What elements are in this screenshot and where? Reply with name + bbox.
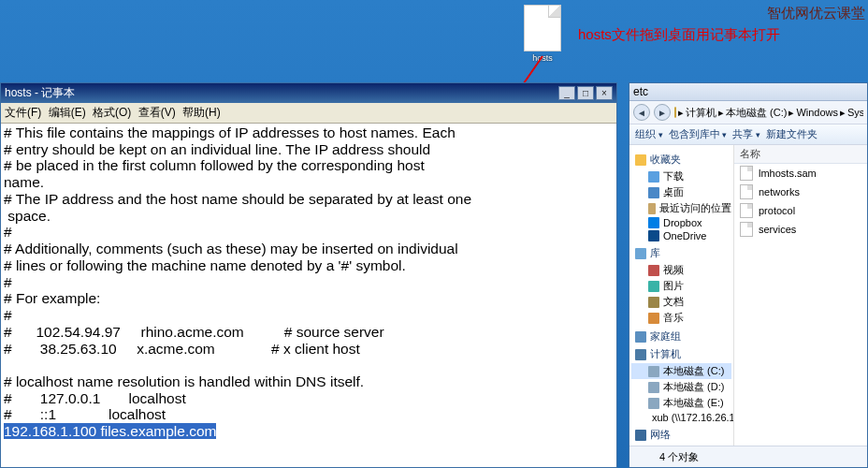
- explorer-filepane: 名称 lmhosts.sam networks protocol service…: [734, 145, 867, 446]
- annotation-top: hosts文件拖到桌面用记事本打开: [578, 26, 780, 44]
- sidebar-item-onedrive[interactable]: OneDrive: [631, 229, 731, 242]
- sidebar-item-videos[interactable]: 视频: [631, 262, 731, 278]
- explorer-title: etc: [633, 85, 863, 98]
- file-item[interactable]: services: [734, 220, 867, 239]
- group-network[interactable]: 网络: [635, 428, 731, 442]
- menu-edit[interactable]: 编辑(E): [49, 106, 86, 119]
- maximize-button[interactable]: □: [577, 86, 594, 100]
- sidebar-item-drive-d[interactable]: 本地磁盘 (D:): [631, 379, 731, 395]
- selected-text: 192.168.1.100 files.example.com: [4, 423, 216, 439]
- drive-icon: [648, 398, 659, 409]
- sidebar-item-desktop[interactable]: 桌面: [631, 184, 731, 200]
- computer-icon: [635, 349, 646, 360]
- sidebar-item-documents[interactable]: 文档: [631, 294, 731, 310]
- forward-button[interactable]: ►: [654, 104, 671, 121]
- notepad-window: hosts - 记事本 _ □ × 文件(F) 编辑(E) 格式(O) 查看(V…: [0, 82, 617, 468]
- drive-icon: [648, 366, 659, 377]
- recent-icon: [648, 203, 656, 214]
- hosts-text: # This file contains the mappings of IP …: [4, 124, 471, 422]
- desktop-hosts-file[interactable]: hosts: [514, 5, 571, 63]
- file-icon: [524, 5, 561, 51]
- explorer-statusbar: 4 个对象: [629, 446, 867, 467]
- sidebar-item-recent[interactable]: 最近访问的位置: [631, 200, 731, 216]
- menu-help[interactable]: 帮助(H): [182, 106, 221, 119]
- group-libraries[interactable]: 库: [635, 246, 731, 260]
- newfolder-button[interactable]: 新建文件夹: [766, 127, 817, 141]
- document-icon: [648, 297, 659, 308]
- group-favorites[interactable]: 收藏夹: [635, 153, 731, 167]
- sidebar-item-pictures[interactable]: 图片: [631, 278, 731, 294]
- file-item[interactable]: protocol: [734, 201, 867, 220]
- explorer-toolbar: 组织 包含到库中 共享 新建文件夹: [629, 124, 867, 145]
- breadcrumb[interactable]: ▸ 计算机 ▸ 本地磁盘 (C:) ▸ Windows ▸ System32 ▸…: [674, 106, 863, 120]
- homegroup-icon: [635, 331, 646, 343]
- folder-icon: [674, 107, 676, 118]
- group-computer[interactable]: 计算机: [635, 347, 731, 361]
- explorer-titlebar[interactable]: etc: [629, 83, 867, 101]
- share-button[interactable]: 共享: [732, 127, 760, 141]
- file-icon: [740, 166, 753, 181]
- minimize-button[interactable]: _: [558, 86, 575, 100]
- column-header-name[interactable]: 名称: [734, 145, 867, 164]
- notepad-content[interactable]: # This file contains the mappings of IP …: [1, 124, 616, 467]
- sidebar-item-music[interactable]: 音乐: [631, 310, 731, 326]
- explorer-navbar: ◄ ► ▸ 计算机 ▸ 本地磁盘 (C:) ▸ Windows ▸ System…: [629, 101, 867, 124]
- close-button[interactable]: ×: [596, 86, 613, 100]
- file-icon: [740, 222, 753, 237]
- desktop-icon: [648, 187, 659, 198]
- explorer-sidebar: 收藏夹 下载 桌面 最近访问的位置 Dropbox OneDrive 库 视频 …: [629, 145, 734, 446]
- onedrive-icon: [648, 230, 659, 241]
- sidebar-item-drive-e[interactable]: 本地磁盘 (E:): [631, 395, 731, 411]
- sidebar-item-drive-c[interactable]: 本地磁盘 (C:): [631, 363, 731, 379]
- notepad-menubar: 文件(F) 编辑(E) 格式(O) 查看(V) 帮助(H): [1, 103, 616, 124]
- menu-file[interactable]: 文件(F): [5, 106, 41, 119]
- notepad-titlebar[interactable]: hosts - 记事本 _ □ ×: [1, 83, 616, 103]
- picture-icon: [648, 281, 659, 292]
- file-label: hosts: [514, 53, 571, 63]
- drive-icon: [648, 382, 659, 393]
- library-icon: [635, 248, 646, 259]
- folder-icon: [635, 449, 654, 464]
- explorer-window: etc ◄ ► ▸ 计算机 ▸ 本地磁盘 (C:) ▸ Windows ▸ Sy…: [629, 82, 868, 468]
- music-icon: [648, 313, 659, 324]
- dropbox-icon: [648, 217, 659, 228]
- star-icon: [635, 154, 646, 166]
- window-buttons: _ □ ×: [558, 86, 613, 100]
- organize-button[interactable]: 组织: [635, 127, 663, 141]
- status-text: 4 个对象: [659, 450, 699, 464]
- watermark-text: 智优网优云课堂: [767, 5, 865, 22]
- include-button[interactable]: 包含到库中: [669, 127, 728, 141]
- file-item[interactable]: lmhosts.sam: [734, 164, 867, 183]
- group-homegroup[interactable]: 家庭组: [635, 329, 731, 344]
- back-button[interactable]: ◄: [633, 104, 650, 121]
- file-icon: [740, 184, 753, 199]
- sidebar-item-netdrive[interactable]: xub (\\172.16.26.1: [631, 411, 731, 424]
- file-item[interactable]: networks: [734, 183, 867, 201]
- sidebar-item-downloads[interactable]: 下载: [631, 168, 731, 184]
- menu-format[interactable]: 格式(O): [93, 106, 131, 119]
- file-icon: [740, 203, 753, 218]
- sidebar-item-dropbox[interactable]: Dropbox: [631, 216, 731, 229]
- notepad-title: hosts - 记事本: [5, 85, 558, 101]
- download-icon: [648, 171, 659, 183]
- menu-view[interactable]: 查看(V): [138, 106, 176, 119]
- network-icon: [635, 430, 646, 441]
- explorer-body: 收藏夹 下载 桌面 最近访问的位置 Dropbox OneDrive 库 视频 …: [629, 145, 867, 446]
- video-icon: [648, 265, 659, 276]
